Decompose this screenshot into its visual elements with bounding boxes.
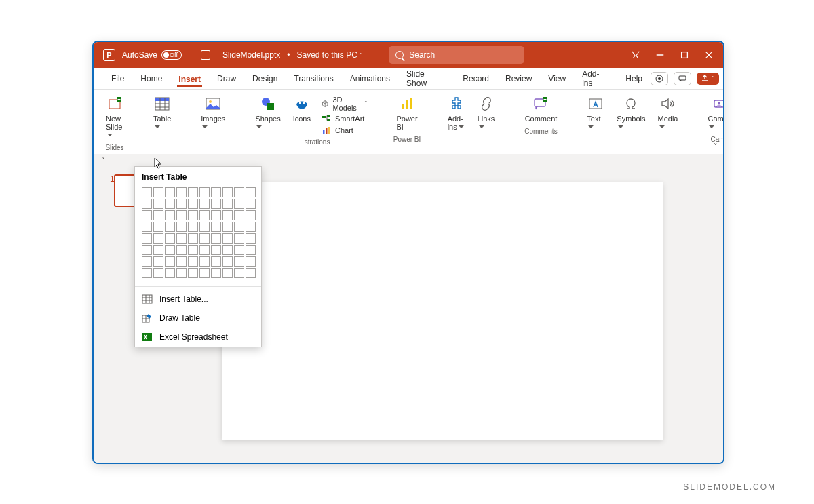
tab-home[interactable]: Home — [132, 70, 170, 88]
minimize-icon[interactable] — [655, 50, 665, 60]
table-grid-cell[interactable] — [234, 268, 244, 278]
close-icon[interactable] — [704, 50, 714, 60]
table-grid-cell[interactable] — [199, 233, 210, 244]
table-grid-cell[interactable] — [234, 210, 244, 220]
tab-draw[interactable]: Draw — [209, 70, 244, 88]
table-grid-cell[interactable] — [176, 210, 187, 220]
table-grid-cell[interactable] — [222, 268, 233, 278]
table-grid-cell[interactable] — [222, 233, 233, 244]
table-grid-cell[interactable] — [165, 268, 175, 278]
collapse-ribbon-icon[interactable]: ˅ — [714, 142, 718, 151]
table-grid-cell[interactable] — [199, 256, 210, 267]
power-bi-button[interactable]: Power BI — [392, 94, 421, 133]
insert-table-menu-item[interactable]: Insert Table... — [135, 290, 261, 309]
table-grid-cell[interactable] — [165, 245, 175, 255]
tab-review[interactable]: Review — [497, 70, 540, 88]
table-grid-cell[interactable] — [142, 199, 152, 209]
table-grid-cell[interactable] — [176, 245, 187, 255]
symbols-button[interactable]: Symbols — [613, 94, 649, 133]
cameo-button[interactable]: Cameo — [703, 94, 724, 133]
table-grid-cell[interactable] — [153, 187, 163, 197]
table-grid-cell[interactable] — [188, 199, 198, 209]
table-grid-cell[interactable] — [142, 210, 152, 220]
table-grid-cell[interactable] — [234, 256, 244, 267]
camera-recording-button[interactable] — [651, 72, 668, 85]
table-grid-cell[interactable] — [142, 256, 152, 267]
table-grid-cell[interactable] — [153, 222, 163, 232]
table-grid-cell[interactable] — [234, 199, 244, 209]
table-grid-cell[interactable] — [199, 268, 210, 278]
table-grid-cell[interactable] — [246, 245, 256, 255]
table-grid-cell[interactable] — [188, 187, 198, 197]
tab-file[interactable]: File — [103, 70, 132, 88]
table-grid-cell[interactable] — [222, 187, 233, 197]
table-grid-cell[interactable] — [188, 256, 198, 267]
table-grid-cell[interactable] — [234, 187, 244, 197]
save-icon[interactable] — [201, 50, 210, 60]
search-box[interactable]: Search — [389, 46, 524, 64]
table-grid-cell[interactable] — [142, 187, 152, 197]
table-grid-cell[interactable] — [165, 222, 175, 232]
table-grid-cell[interactable] — [153, 245, 163, 255]
table-grid-cell[interactable] — [234, 222, 244, 232]
links-button[interactable]: Links — [473, 94, 499, 133]
table-grid-cell[interactable] — [222, 256, 233, 267]
file-name[interactable]: SlideModel.pptx — [222, 50, 280, 60]
table-grid-cell[interactable] — [199, 222, 210, 232]
table-grid-cell[interactable] — [165, 256, 175, 267]
table-grid-cell[interactable] — [246, 268, 256, 278]
table-grid-cell[interactable] — [142, 233, 152, 244]
table-grid-cell[interactable] — [199, 187, 210, 197]
tab-transitions[interactable]: Transitions — [286, 70, 341, 88]
table-grid-cell[interactable] — [211, 187, 221, 197]
table-grid-cell[interactable] — [222, 245, 233, 255]
table-grid-cell[interactable] — [211, 245, 221, 255]
tab-design[interactable]: Design — [244, 70, 286, 88]
table-grid-cell[interactable] — [222, 222, 233, 232]
table-grid-cell[interactable] — [246, 233, 256, 244]
table-grid-cell[interactable] — [246, 210, 256, 220]
table-grid-cell[interactable] — [246, 256, 256, 267]
screen-clipping-icon[interactable] — [631, 50, 640, 60]
icons-button[interactable]: Icons — [289, 94, 315, 136]
table-grid-cell[interactable] — [142, 245, 152, 255]
table-grid-cell[interactable] — [153, 256, 163, 267]
table-size-grid[interactable] — [135, 186, 261, 284]
media-button[interactable]: Media — [654, 94, 682, 133]
table-grid-cell[interactable] — [246, 187, 256, 197]
tab-help[interactable]: Help — [617, 70, 651, 88]
tab-record[interactable]: Record — [454, 70, 497, 88]
tab-add-ins[interactable]: Add-ins — [574, 65, 617, 92]
table-grid-cell[interactable] — [246, 222, 256, 232]
table-grid-cell[interactable] — [165, 187, 175, 197]
tab-slide-show[interactable]: Slide Show — [398, 65, 454, 92]
table-grid-cell[interactable] — [199, 199, 210, 209]
table-grid-cell[interactable] — [176, 187, 187, 197]
table-grid-cell[interactable] — [165, 199, 175, 209]
table-grid-cell[interactable] — [142, 268, 152, 278]
table-button[interactable]: Table — [149, 94, 175, 133]
saved-state[interactable]: Saved to this PC ˅ — [296, 50, 363, 60]
table-grid-cell[interactable] — [211, 268, 221, 278]
table-grid-cell[interactable] — [234, 233, 244, 244]
3d-models-button[interactable]: 3D Models˅ — [319, 95, 370, 113]
text-button[interactable]: Text — [583, 94, 608, 133]
draw-table-menu-item[interactable]: Draw Table — [135, 309, 261, 328]
table-grid-cell[interactable] — [199, 210, 210, 220]
table-grid-cell[interactable] — [188, 245, 198, 255]
table-grid-cell[interactable] — [176, 256, 187, 267]
new-slide-button[interactable]: New Slide — [102, 94, 128, 141]
table-grid-cell[interactable] — [211, 199, 221, 209]
table-grid-cell[interactable] — [153, 210, 163, 220]
table-grid-cell[interactable] — [165, 233, 175, 244]
table-grid-cell[interactable] — [142, 222, 152, 232]
table-grid-cell[interactable] — [153, 199, 163, 209]
table-grid-cell[interactable] — [188, 268, 198, 278]
tab-insert[interactable]: Insert — [170, 71, 209, 87]
autosave-toggle[interactable]: AutoSave Off — [122, 50, 194, 60]
table-grid-cell[interactable] — [153, 268, 163, 278]
table-grid-cell[interactable] — [211, 222, 221, 232]
table-grid-cell[interactable] — [188, 233, 198, 244]
shapes-button[interactable]: Shapes — [251, 94, 284, 136]
table-grid-cell[interactable] — [211, 233, 221, 244]
